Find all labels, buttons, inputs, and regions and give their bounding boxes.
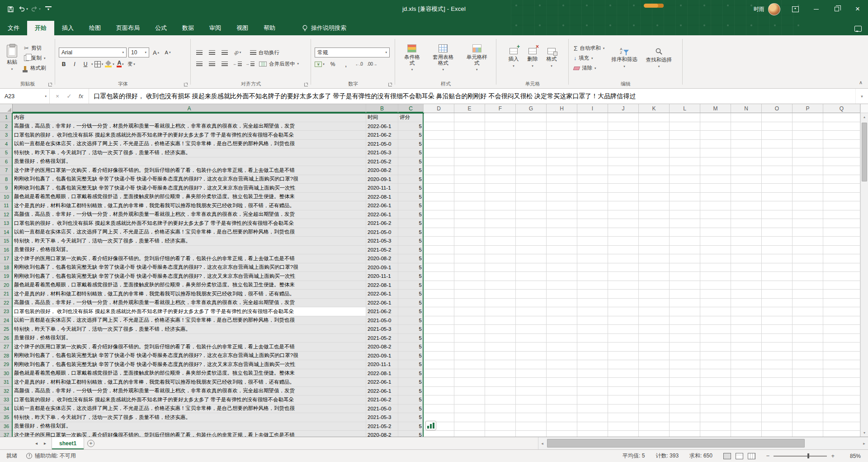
cell-F3[interactable] xyxy=(485,131,516,140)
cell-F19[interactable] xyxy=(485,272,516,281)
cell-E16[interactable] xyxy=(454,246,485,255)
tab-review[interactable]: 审阅 xyxy=(202,21,229,35)
cell-B4[interactable]: 2021-05-0 xyxy=(366,140,398,149)
cell-E31[interactable] xyxy=(454,378,485,387)
borders-button[interactable]: ▾ xyxy=(94,59,104,69)
cell-N6[interactable] xyxy=(731,157,762,167)
cell-C23[interactable]: 5 xyxy=(398,307,424,316)
cell-O15[interactable] xyxy=(762,237,793,246)
cell-P1[interactable] xyxy=(793,113,823,122)
row-header-36[interactable]: 36 xyxy=(0,422,13,431)
cell-D11[interactable] xyxy=(424,201,454,210)
comma-style-button[interactable]: , xyxy=(341,59,351,69)
cell-K16[interactable] xyxy=(639,246,670,255)
cell-C30[interactable]: 5 xyxy=(398,369,424,378)
cell-C12[interactable]: 5 xyxy=(398,210,424,219)
cell-E13[interactable] xyxy=(454,219,485,228)
cell-C19[interactable]: 5 xyxy=(398,272,424,281)
cell-I3[interactable] xyxy=(577,131,608,140)
insert-cells-button[interactable]: 插入▾ xyxy=(505,47,522,69)
cell-J21[interactable] xyxy=(608,290,639,299)
cell-D6[interactable] xyxy=(424,157,454,167)
cell-B30[interactable]: 2022-08-1 xyxy=(366,369,398,378)
cell-D29[interactable] xyxy=(424,360,454,369)
cell-Q11[interactable] xyxy=(823,201,860,210)
row-header-37[interactable]: 37 xyxy=(0,431,13,437)
cell-A7[interactable]: 这个牌子的医用口罩第一次购买，看介绍好像很不错的。货到后仔细的看了看，包装什么的… xyxy=(13,166,366,175)
cell-L1[interactable] xyxy=(670,113,700,122)
bold-button[interactable]: B xyxy=(59,59,69,69)
cell-C10[interactable]: 5 xyxy=(398,193,424,202)
cell-H27[interactable] xyxy=(547,343,577,352)
cell-G16[interactable] xyxy=(516,246,547,255)
clipboard-dialog-launcher[interactable] xyxy=(48,83,52,86)
cell-K25[interactable] xyxy=(639,325,670,334)
cell-K26[interactable] xyxy=(639,334,670,343)
cell-Q9[interactable] xyxy=(823,184,860,193)
orientation-button[interactable]: ab▾ xyxy=(232,48,242,57)
row-header-34[interactable]: 34 xyxy=(0,405,13,414)
cell-Q31[interactable] xyxy=(823,378,860,387)
cell-B14[interactable]: 2021-05-0 xyxy=(366,228,398,237)
cell-Q19[interactable] xyxy=(823,272,860,281)
cell-O26[interactable] xyxy=(762,334,793,343)
cell-C18[interactable]: 5 xyxy=(398,263,424,272)
cell-K31[interactable] xyxy=(639,378,670,387)
cell-O35[interactable] xyxy=(762,413,793,422)
cell-M26[interactable] xyxy=(700,334,731,343)
underline-button[interactable]: U xyxy=(80,59,90,69)
column-header-D[interactable]: D xyxy=(424,104,454,113)
cell-I1[interactable] xyxy=(577,113,608,122)
vertical-scrollbar[interactable]: ▴ ▾ xyxy=(860,104,868,437)
cell-P4[interactable] xyxy=(793,140,823,149)
cell-I12[interactable] xyxy=(577,210,608,219)
cell-P28[interactable] xyxy=(793,352,823,361)
cell-F21[interactable] xyxy=(485,290,516,299)
cell-H18[interactable] xyxy=(547,263,577,272)
cell-C9[interactable]: 5 xyxy=(398,184,424,193)
cell-C8[interactable]: 5 xyxy=(398,175,424,184)
row-header-15[interactable]: 15 xyxy=(0,237,13,246)
cell-Q29[interactable] xyxy=(823,360,860,369)
cell-D2[interactable] xyxy=(424,122,454,131)
cell-I16[interactable] xyxy=(577,246,608,255)
cell-C32[interactable]: 5 xyxy=(398,387,424,396)
cell-M30[interactable] xyxy=(700,369,731,378)
cell-L24[interactable] xyxy=(670,316,700,325)
cell-H19[interactable] xyxy=(547,272,577,281)
cell-L2[interactable] xyxy=(670,122,700,131)
cell-G4[interactable] xyxy=(516,140,547,149)
cell-F22[interactable] xyxy=(485,299,516,308)
cell-I7[interactable] xyxy=(577,166,608,175)
cell-C15[interactable]: 5 xyxy=(398,237,424,246)
cell-C20[interactable]: 5 xyxy=(398,281,424,290)
cell-M36[interactable] xyxy=(700,422,731,431)
cell-P7[interactable] xyxy=(793,166,823,175)
cell-J17[interactable] xyxy=(608,254,639,263)
cell-N19[interactable] xyxy=(731,272,762,281)
cell-H6[interactable] xyxy=(547,157,577,167)
horizontal-scrollbar[interactable]: ◂ ▸ xyxy=(538,437,868,449)
cell-C33[interactable]: 5 xyxy=(398,395,424,405)
sheet-next-arrow[interactable]: ▸ xyxy=(44,441,46,446)
cell-N35[interactable] xyxy=(731,413,762,422)
cell-P29[interactable] xyxy=(793,360,823,369)
tell-me-search[interactable]: 操作说明搜索 xyxy=(302,21,346,35)
cell-P12[interactable] xyxy=(793,210,823,219)
cell-L5[interactable] xyxy=(670,148,700,157)
cell-H8[interactable] xyxy=(547,175,577,184)
cell-F34[interactable] xyxy=(485,405,516,414)
cell-D15[interactable] xyxy=(424,237,454,246)
cell-I13[interactable] xyxy=(577,219,608,228)
cell-L21[interactable] xyxy=(670,290,700,299)
column-header-A[interactable]: A xyxy=(13,104,366,113)
tab-data[interactable]: 数据 xyxy=(175,21,202,35)
cell-F12[interactable] xyxy=(485,210,516,219)
cell-Q15[interactable] xyxy=(823,237,860,246)
cell-B32[interactable]: 2022-06-1 xyxy=(366,387,398,396)
middle-align-button[interactable] xyxy=(207,48,217,57)
cell-O12[interactable] xyxy=(762,210,793,219)
cell-N20[interactable] xyxy=(731,281,762,290)
cell-O33[interactable] xyxy=(762,395,793,405)
cell-N29[interactable] xyxy=(731,360,762,369)
